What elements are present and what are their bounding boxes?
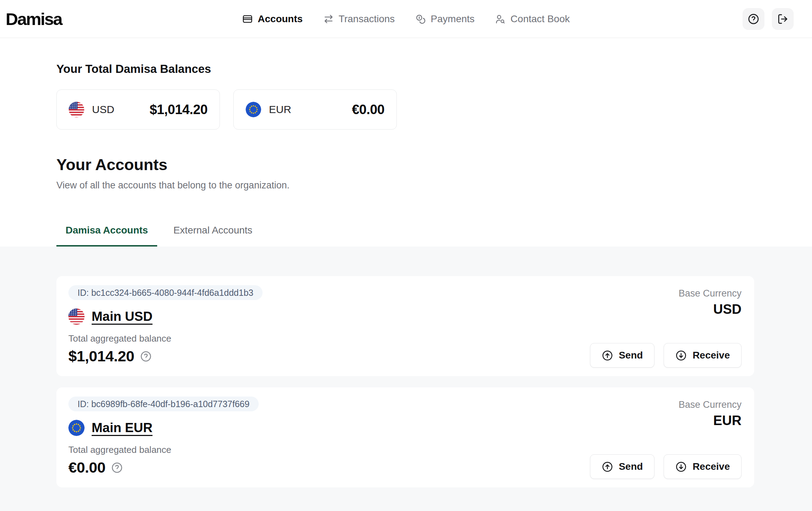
- tab-damisa-accounts[interactable]: Damisa Accounts: [56, 224, 157, 247]
- send-button[interactable]: Send: [590, 454, 654, 479]
- nav-accounts[interactable]: Accounts: [242, 13, 303, 25]
- eu-flag-icon: [246, 102, 261, 117]
- base-currency-value: USD: [678, 302, 742, 317]
- arrow-up-circle-icon: [602, 461, 613, 473]
- eu-flag-icon: [68, 420, 85, 436]
- logout-icon: [777, 13, 789, 25]
- base-currency-block: Base Currency USD: [678, 288, 742, 317]
- aggregated-balance-row: $1,014.20: [68, 348, 263, 365]
- arrow-down-circle-icon: [675, 350, 687, 361]
- accounts-tabs: Damisa Accounts External Accounts: [56, 224, 812, 247]
- logout-button[interactable]: [772, 8, 794, 30]
- balance-card-usd-left: USD: [69, 102, 114, 117]
- base-currency-label: Base Currency: [678, 288, 742, 299]
- balances-section: Your Total Damisa Balances USD $1,014.20: [0, 38, 812, 247]
- account-name-link[interactable]: Main USD: [92, 309, 153, 324]
- coins-icon: [415, 14, 426, 24]
- aggregated-balance-value: €0.00: [68, 459, 105, 476]
- account-id-badge: ID: bc6989fb-68fe-40df-b196-a10d7737f669: [68, 397, 259, 411]
- receive-button[interactable]: Receive: [664, 343, 742, 368]
- tab-external-accounts[interactable]: External Accounts: [164, 224, 262, 247]
- base-currency-block: Base Currency EUR: [678, 399, 742, 428]
- total-balances-title: Your Total Damisa Balances: [56, 62, 812, 76]
- currency-code: USD: [92, 104, 114, 116]
- us-flag-icon: [68, 309, 85, 325]
- your-accounts-subtitle: View of all the accounts that belong to …: [56, 180, 812, 191]
- account-card-main-eur: ID: bc6989fb-68fe-40df-b196-a10d7737f669…: [56, 387, 754, 487]
- receive-button-label: Receive: [693, 350, 730, 361]
- contact-search-icon: [495, 14, 506, 24]
- help-button[interactable]: [743, 8, 764, 30]
- help-circle-icon[interactable]: [140, 350, 152, 362]
- aggregated-balance-value: $1,014.20: [68, 348, 134, 365]
- account-card-right: Base Currency USD Send Receive: [590, 285, 742, 368]
- base-currency-value: EUR: [678, 413, 742, 428]
- balance-cards: USD $1,014.20 EUR €: [56, 89, 812, 130]
- balance-card-usd: USD $1,014.20: [56, 89, 220, 130]
- currency-code: EUR: [269, 104, 291, 116]
- nav-transactions-label: Transactions: [339, 13, 395, 25]
- send-button[interactable]: Send: [590, 343, 654, 368]
- balance-card-eur-left: EUR: [246, 102, 291, 117]
- receive-button[interactable]: Receive: [664, 454, 742, 479]
- account-name-link[interactable]: Main EUR: [92, 420, 153, 435]
- base-currency-label: Base Currency: [678, 399, 742, 410]
- help-circle-icon[interactable]: [111, 462, 123, 474]
- balance-amount: $1,014.20: [149, 102, 208, 117]
- aggregated-balance-label: Total aggregated balance: [68, 444, 259, 455]
- aggregated-balance-row: €0.00: [68, 459, 259, 476]
- aggregated-balance-label: Total aggregated balance: [68, 333, 263, 344]
- send-button-label: Send: [619, 350, 643, 361]
- nav-payments[interactable]: Payments: [415, 13, 475, 25]
- account-actions: Send Receive: [590, 343, 742, 368]
- balance-amount: €0.00: [352, 102, 385, 117]
- arrows-exchange-icon: [323, 14, 334, 24]
- app-header: Damisa Accounts Transactions Payments: [0, 0, 812, 38]
- account-title-row: Main EUR: [68, 420, 259, 436]
- help-circle-icon: [748, 13, 759, 25]
- credit-card-icon: [242, 14, 253, 24]
- accounts-list-panel: ID: bc1cc324-b665-4080-944f-4fd6a1ddd1b3…: [0, 247, 812, 511]
- arrow-down-circle-icon: [675, 461, 687, 473]
- account-card-left: ID: bc6989fb-68fe-40df-b196-a10d7737f669…: [68, 397, 259, 479]
- account-card-main-usd: ID: bc1cc324-b665-4080-944f-4fd6a1ddd1b3…: [56, 276, 754, 376]
- us-flag-icon: [69, 102, 84, 117]
- balance-card-eur: EUR €0.00: [233, 89, 397, 130]
- nav-contact-book[interactable]: Contact Book: [495, 13, 570, 25]
- arrow-up-circle-icon: [602, 350, 613, 361]
- nav-contact-book-label: Contact Book: [511, 13, 570, 25]
- account-card-right: Base Currency EUR Send Receive: [590, 397, 742, 479]
- nav-payments-label: Payments: [431, 13, 475, 25]
- nav-accounts-label: Accounts: [258, 13, 303, 25]
- main-nav: Accounts Transactions Payments: [242, 0, 570, 38]
- account-card-left: ID: bc1cc324-b665-4080-944f-4fd6a1ddd1b3…: [68, 285, 263, 368]
- send-button-label: Send: [619, 461, 643, 472]
- account-title-row: Main USD: [68, 309, 263, 325]
- account-id-badge: ID: bc1cc324-b665-4080-944f-4fd6a1ddd1b3: [68, 285, 263, 300]
- header-actions: [743, 8, 794, 30]
- your-accounts-title: Your Accounts: [56, 156, 812, 174]
- nav-transactions[interactable]: Transactions: [323, 13, 395, 25]
- receive-button-label: Receive: [693, 461, 730, 472]
- app-logo[interactable]: Damisa: [6, 9, 62, 29]
- account-actions: Send Receive: [590, 454, 742, 479]
